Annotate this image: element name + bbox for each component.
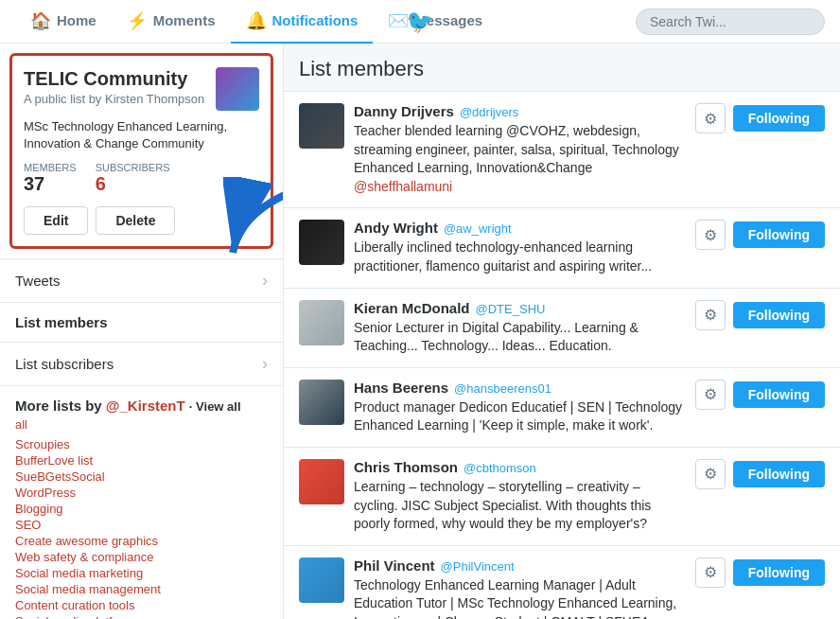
twitter-logo: 🐦 [406,9,434,35]
nav-notifications-label: Notifications [272,12,359,28]
more-lists-user[interactable]: @_KirstenT [106,398,185,414]
subscribers-count: 6 [96,173,170,195]
member-bio: Liberally inclined technology-enhanced l… [354,239,686,275]
member-info: Danny Drijvers@ddrijversTeacher blended … [354,103,686,196]
member-handle[interactable]: @cbthomson [464,461,536,475]
member-name-row: Danny Drijvers@ddrijvers [354,103,686,119]
member-name[interactable]: Danny Drijvers [354,103,454,119]
member-avatar [299,380,344,425]
sidebar-list-item[interactable]: Social media management [15,582,268,596]
sidebar-list-item[interactable]: Social media platforms [15,614,268,619]
sidebar-list-item[interactable]: Blogging [15,502,268,516]
list-title: TELIC Community [24,67,204,90]
search-input[interactable] [636,9,825,35]
member-avatar [299,300,344,345]
member-actions: ⚙Following [695,300,825,330]
member-name[interactable]: Andy Wright [354,220,438,236]
following-button[interactable]: Following [733,221,825,248]
lists-container: ScroupiesBufferLove listSueBGetsSocialWo… [15,437,268,619]
nav-notifications[interactable]: 🔔 Notifications [231,0,374,44]
delete-button[interactable]: Delete [96,206,175,235]
member-bio: Senior Lecturer in Digital Capability...… [354,319,686,356]
members-label: MEMBERS [24,162,77,173]
members-stat: MEMBERS 37 [24,162,77,195]
list-stats: MEMBERS 37 SUBSCRIBERS 6 [24,162,259,195]
following-button[interactable]: Following [733,461,825,487]
member-avatar [299,220,344,265]
member-bio: Technology Enhanced Learning Manager | A… [354,576,686,619]
sidebar-list-item[interactable]: Content curation tools [15,598,268,612]
sidebar-list-item[interactable]: Social media marketing [15,566,268,580]
member-row: Danny Drijvers@ddrijversTeacher blended … [284,92,840,208]
members-count: 37 [24,173,77,195]
list-card-header: TELIC Community A public list by Kirsten… [24,67,259,111]
following-button[interactable]: Following [733,559,825,586]
all-tag[interactable]: all [15,417,268,432]
edit-button[interactable]: Edit [24,206,88,235]
member-avatar [299,103,344,149]
home-icon: 🏠 [30,10,51,31]
sidebar-list-item[interactable]: BufferLove list [15,453,268,468]
gear-button[interactable]: ⚙ [695,300,726,330]
member-row: Kieran McDonald@DTE_SHUSenior Lecturer i… [284,289,840,368]
member-name-row: Phil Vincent@PhilVincent [354,557,686,574]
tweets-label: Tweets [15,273,61,289]
list-card: TELIC Community A public list by Kirsten… [9,53,273,249]
member-actions: ⚙Following [695,557,825,588]
nav-moments[interactable]: ⚡ Moments [112,0,231,44]
member-name[interactable]: Phil Vincent [354,557,435,574]
sidebar-list-item[interactable]: SueBGetsSocial [15,469,268,484]
view-all-link[interactable]: · View all [189,399,241,414]
member-name-row: Andy Wright@aw_wright [354,220,686,236]
nav-list-subscribers[interactable]: List subscribers › [0,343,283,386]
sidebar-list-item[interactable]: Web safety & compliance [15,550,268,564]
top-nav: 🏠 Home ⚡ Moments 🔔 Notifications ✉️ Mess… [0,0,840,44]
member-info: Andy Wright@aw_wrightLiberally inclined … [354,220,686,275]
member-bio: Learning – technology – storytelling – c… [354,478,686,534]
gear-button[interactable]: ⚙ [695,103,726,133]
member-actions: ⚙Following [695,220,825,250]
member-handle[interactable]: @ddrijvers [460,105,518,119]
sidebar: TELIC Community A public list by Kirsten… [0,44,284,619]
chevron-right-icon: › [262,271,268,291]
more-lists-prefix: More lists by [15,398,106,414]
member-name[interactable]: Kieran McDonald [354,300,470,316]
member-name-row: Chris Thomson@cbthomson [354,459,686,475]
sidebar-list-item[interactable]: Create awesome graphics [15,534,268,548]
list-subscribers-label: List subscribers [15,356,114,372]
nav-home[interactable]: 🏠 Home [15,0,112,44]
following-button[interactable]: Following [733,381,825,408]
member-bio-mention[interactable]: @sheffhallamuni [354,179,452,194]
gear-button[interactable]: ⚙ [695,220,726,250]
nav-home-label: Home [57,12,96,28]
following-button[interactable]: Following [733,302,825,328]
sidebar-list-item[interactable]: WordPress [15,486,268,500]
member-bio: Product manager Dedicon Educatief | SEN … [354,398,686,435]
following-button[interactable]: Following [733,105,825,132]
member-actions: ⚙Following [695,380,825,410]
list-members-header: List members [284,44,840,92]
member-row: Hans Beerens@hansbeerens01Product manage… [284,368,840,448]
member-handle[interactable]: @PhilVincent [441,559,515,574]
member-name[interactable]: Chris Thomson [354,459,458,475]
sidebar-list-item[interactable]: SEO [15,518,268,532]
chevron-right-icon-2: › [262,354,268,374]
member-handle[interactable]: @hansbeerens01 [454,381,551,396]
nav-tweets[interactable]: Tweets › [0,259,283,303]
member-handle[interactable]: @DTE_SHU [476,302,546,316]
sidebar-nav: Tweets › List members List subscribers › [0,258,283,386]
member-name[interactable]: Hans Beerens [354,380,448,396]
gear-button[interactable]: ⚙ [695,380,726,410]
list-card-text: TELIC Community A public list by Kirsten… [24,67,204,106]
list-avatar [216,67,259,111]
nav-messages[interactable]: ✉️ Messages [373,0,498,44]
member-handle[interactable]: @aw_wright [444,221,512,236]
sidebar-list-item[interactable]: Scroupies [15,437,268,451]
member-name-row: Kieran McDonald@DTE_SHU [354,300,686,316]
gear-button[interactable]: ⚙ [695,459,726,489]
notifications-icon: 🔔 [246,10,267,31]
gear-button[interactable]: ⚙ [695,557,726,588]
subscribers-stat: SUBSCRIBERS 6 [96,162,170,195]
list-desc: MSc Technology Enhanced Learning, Innova… [24,118,259,152]
nav-list-members[interactable]: List members [0,303,283,343]
